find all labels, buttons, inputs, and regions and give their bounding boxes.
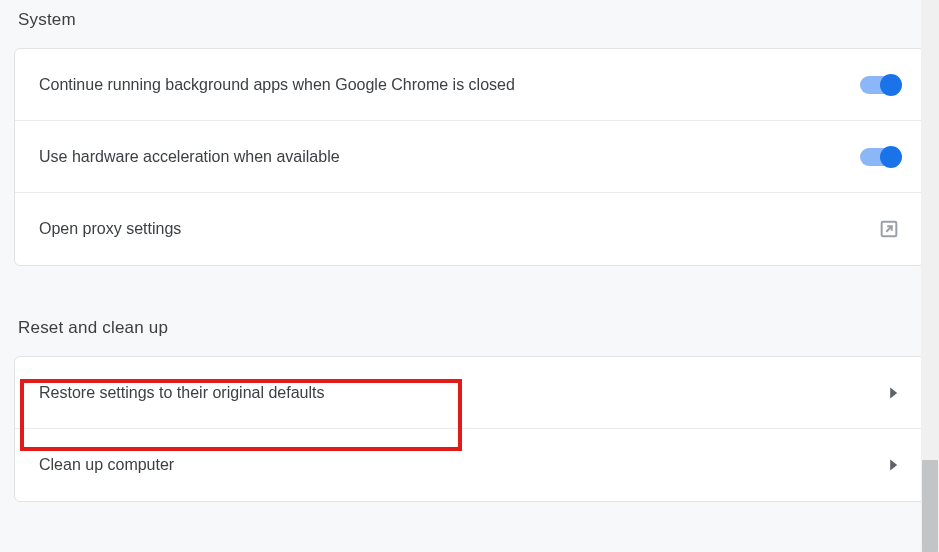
section-title-reset: Reset and clean up: [14, 308, 925, 356]
toggle-hardware-accel[interactable]: [860, 148, 900, 166]
row-clean-up[interactable]: Clean up computer: [15, 429, 924, 501]
row-open-proxy[interactable]: Open proxy settings: [15, 193, 924, 265]
row-restore-defaults[interactable]: Restore settings to their original defau…: [15, 357, 924, 429]
caret-right-icon: [886, 386, 900, 400]
toggle-background-apps[interactable]: [860, 76, 900, 94]
caret-right-icon: [886, 458, 900, 472]
row-label: Clean up computer: [39, 456, 174, 474]
row-label: Continue running background apps when Go…: [39, 76, 515, 94]
external-link-icon: [878, 218, 900, 240]
row-background-apps[interactable]: Continue running background apps when Go…: [15, 49, 924, 121]
svg-marker-2: [890, 387, 897, 398]
row-hardware-accel[interactable]: Use hardware acceleration when available: [15, 121, 924, 193]
section-title-system: System: [14, 0, 925, 48]
system-card: Continue running background apps when Go…: [14, 48, 925, 266]
row-label: Use hardware acceleration when available: [39, 148, 340, 166]
scrollbar-thumb[interactable]: [922, 460, 938, 552]
row-label: Open proxy settings: [39, 220, 181, 238]
svg-marker-3: [890, 459, 897, 470]
scrollbar-track[interactable]: [921, 0, 939, 552]
reset-card: Restore settings to their original defau…: [14, 356, 925, 502]
row-label: Restore settings to their original defau…: [39, 384, 324, 402]
